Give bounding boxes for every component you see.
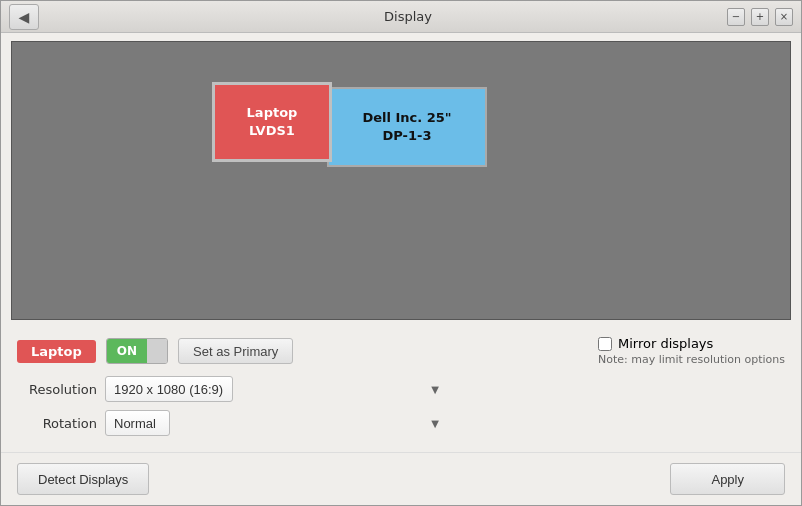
mirror-section: Mirror displays Note: may limit resoluti… <box>598 336 785 366</box>
back-icon: ◀ <box>19 9 30 25</box>
minimize-button[interactable]: − <box>727 8 745 26</box>
window-controls: − + × <box>727 8 793 26</box>
maximize-button[interactable]: + <box>751 8 769 26</box>
rotation-label: Rotation <box>17 416 97 431</box>
toggle-on-label: ON <box>107 339 147 363</box>
on-off-toggle[interactable]: ON <box>106 338 168 364</box>
resolution-label: Resolution <box>17 382 97 397</box>
resolution-row: Resolution 1920 x 1080 (16:9) 1280 x 720… <box>17 376 785 402</box>
mirror-displays-label: Mirror displays <box>618 336 713 351</box>
laptop-monitor[interactable]: Laptop LVDS1 <box>212 82 332 162</box>
rotation-dropdown-wrap: Normal Left Right Inverted <box>105 410 445 436</box>
dell-monitor[interactable]: Dell Inc. 25" DP-1-3 <box>327 87 487 167</box>
laptop-monitor-label: Laptop LVDS1 <box>247 104 298 140</box>
rotation-dropdown[interactable]: Normal Left Right Inverted <box>105 410 170 436</box>
resolution-dropdown-wrap: 1920 x 1080 (16:9) 1280 x 720 (16:9) 102… <box>105 376 445 402</box>
detect-displays-button[interactable]: Detect Displays <box>17 463 149 495</box>
close-button[interactable]: × <box>775 8 793 26</box>
active-display-badge: Laptop <box>17 340 96 363</box>
dell-monitor-label: Dell Inc. 25" DP-1-3 <box>362 109 451 145</box>
titlebar: ◀ Display − + × <box>1 1 801 33</box>
mirror-note: Note: may limit resolution options <box>598 353 785 366</box>
controls-area: Laptop ON Set as Primary Mirror displays… <box>1 328 801 452</box>
toggle-off-area <box>147 339 167 363</box>
window-title: Display <box>89 9 727 24</box>
rotation-row: Rotation Normal Left Right Inverted <box>17 410 785 436</box>
display-controls-row: Laptop ON Set as Primary Mirror displays… <box>17 336 785 366</box>
mirror-row: Mirror displays <box>598 336 713 351</box>
set-primary-button[interactable]: Set as Primary <box>178 338 293 364</box>
back-button[interactable]: ◀ <box>9 4 39 30</box>
display-window: ◀ Display − + × Laptop LVDS1 Dell Inc. 2… <box>0 0 802 506</box>
bottom-bar: Detect Displays Apply <box>1 452 801 505</box>
resolution-dropdown[interactable]: 1920 x 1080 (16:9) 1280 x 720 (16:9) 102… <box>105 376 233 402</box>
apply-button[interactable]: Apply <box>670 463 785 495</box>
display-canvas: Laptop LVDS1 Dell Inc. 25" DP-1-3 <box>11 41 791 320</box>
mirror-displays-checkbox[interactable] <box>598 337 612 351</box>
